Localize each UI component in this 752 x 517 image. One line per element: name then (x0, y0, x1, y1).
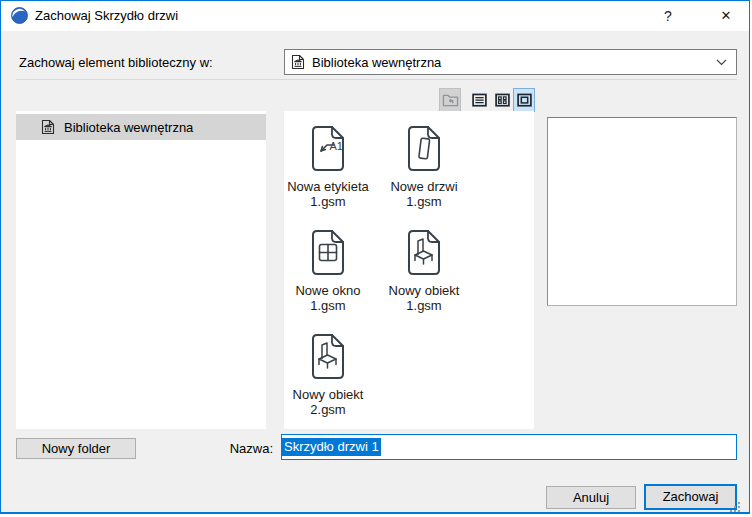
header-divider (16, 79, 737, 80)
library-select-value: Biblioteka wewnętrzna (312, 55, 716, 70)
title-bar: Zachowaj Skrzydło drzwi ? ✕ (1, 1, 749, 31)
archicad-logo-icon (11, 7, 28, 24)
cancel-button[interactable]: Anuluj (546, 486, 636, 509)
svg-text:A1: A1 (330, 140, 343, 152)
folder-tree-panel: Biblioteka wewnętrzna (16, 111, 266, 429)
file-name: Nowy obiekt (389, 283, 460, 298)
name-input-selected-text: Skrzydło drzwi 1 (282, 438, 381, 456)
file-list-panel: A1 Nowa etykieta 1.gsm Nowe drzwi 1.gsm (284, 111, 534, 429)
chevron-down-icon (716, 59, 727, 66)
file-ext: 2.gsm (293, 402, 364, 417)
door-file-icon (406, 125, 442, 172)
library-select[interactable]: Biblioteka wewnętrzna (284, 49, 737, 75)
file-ext: 1.gsm (287, 194, 369, 209)
sidebar-item-label: Biblioteka wewnętrzna (64, 120, 193, 135)
name-label: Nazwa: (191, 438, 273, 459)
library-file-icon (40, 119, 56, 135)
resize-grip[interactable] (727, 499, 743, 514)
folder-up-icon (442, 92, 459, 108)
folder-up-button[interactable] (439, 88, 461, 112)
label-file-icon: A1 (310, 125, 346, 172)
list-view-icon (471, 92, 488, 108)
save-to-label: Zachowaj element biblioteczny w: (19, 50, 213, 76)
name-input[interactable]: Skrzydło drzwi 1 (281, 434, 737, 460)
preview-panel (547, 117, 737, 306)
small-icons-view-icon (494, 92, 511, 108)
object-file-icon (406, 229, 442, 276)
sidebar-item-library[interactable]: Biblioteka wewnętrzna (16, 114, 266, 140)
file-item-nowe-okno[interactable]: Nowe okno 1.gsm (281, 229, 375, 329)
file-item-nowy-obiekt-1[interactable]: Nowy obiekt 1.gsm (377, 229, 471, 329)
file-ext: 1.gsm (295, 298, 360, 313)
save-dialog: Zachowaj Skrzydło drzwi ? ✕ Zachowaj ele… (0, 0, 750, 514)
save-button[interactable]: Zachowaj (644, 484, 737, 510)
file-name: Nowa etykieta (287, 179, 369, 194)
file-name: Nowe okno (295, 283, 360, 298)
file-ext: 1.gsm (390, 194, 457, 209)
large-icons-view-icon (516, 92, 533, 108)
file-name: Nowe drzwi (390, 179, 457, 194)
file-item-nowy-obiekt-2[interactable]: Nowy obiekt 2.gsm (281, 333, 375, 433)
new-folder-button[interactable]: Nowy folder (16, 438, 136, 459)
help-button[interactable]: ? (645, 1, 691, 31)
list-view-button[interactable] (468, 88, 490, 112)
file-item-nowa-etykieta[interactable]: A1 Nowa etykieta 1.gsm (281, 125, 375, 225)
window-file-icon (310, 229, 346, 276)
file-ext: 1.gsm (389, 298, 460, 313)
dialog-title: Zachowaj Skrzydło drzwi (35, 1, 178, 31)
large-icons-view-button[interactable] (513, 88, 535, 112)
close-button[interactable]: ✕ (703, 1, 749, 31)
library-file-icon (290, 54, 306, 70)
object-file-icon (310, 333, 346, 380)
file-name: Nowy obiekt (293, 387, 364, 402)
file-item-nowe-drzwi[interactable]: Nowe drzwi 1.gsm (377, 125, 471, 225)
small-icons-view-button[interactable] (491, 88, 513, 112)
